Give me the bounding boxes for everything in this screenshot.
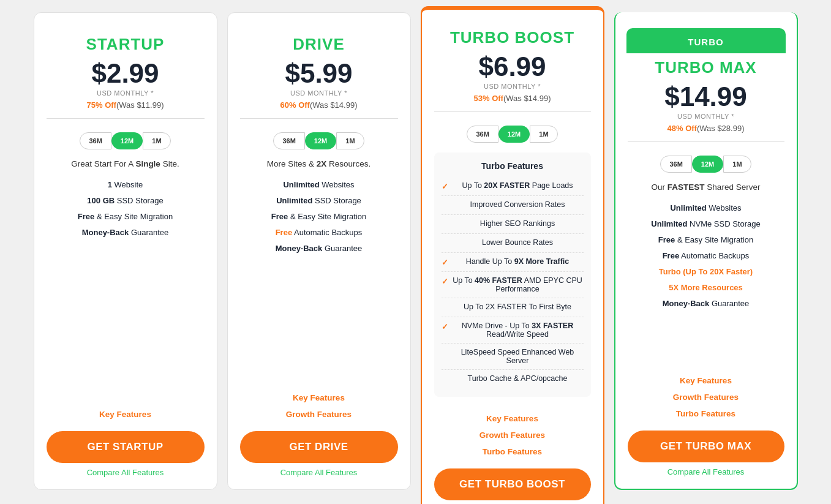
term-btn-drive-36M[interactable]: 36M [273,132,304,149]
term-btn-startup-1M[interactable]: 1M [143,132,170,149]
plan-card-drive: DRIVE$5.99USD MONTHLY *60% Off(Was $14.9… [227,12,411,490]
plan-tagline-turbo-max: Our FASTEST Shared Server [628,182,784,192]
feature-link-turbo-boost-0[interactable]: Key Features [434,410,591,427]
feature-item-drive-4: Money-Back Guarantee [240,241,398,257]
plan-price-turbo-boost: $6.99 [434,53,591,80]
term-btn-startup-36M[interactable]: 36M [80,132,111,149]
cta-button-drive[interactable]: GET DRIVE [240,431,398,463]
feature-item-startup-2: Free & Easy Site Migration [47,209,205,225]
divider-turbo-boost [434,111,591,112]
term-btn-turbo-boost-1M[interactable]: 1M [530,126,557,143]
plan-tagline-drive: More Sites & 2X Resources. [240,159,398,168]
turbo-feature-item-7: ✓NVMe Drive - Up To 3X FASTER Read/Write… [442,317,584,344]
plan-name-startup: STARTUP [47,35,205,54]
turbo-feature-item-8: ✓LiteSpeed Speed Enhanced Web Server [442,344,584,370]
cta-button-startup[interactable]: GET STARTUP [47,431,205,463]
links-section-startup: Key FeaturesGET STARTUPCompare All Featu… [47,399,205,477]
feature-link-turbo-max-0[interactable]: Key Features [628,372,784,389]
turbo-features-title: Turbo Features [442,161,584,171]
turbo-feature-item-0: ✓Up To 20X FASTER Page Loads [442,177,584,196]
feature-link-drive-1[interactable]: Growth Features [240,406,398,423]
turbo-feature-item-5: ✓Up To 40% FASTER AMD EPYC CPU Performan… [442,272,584,298]
feature-item-turbo-max-1: Unlimited NVMe SSD Storage [628,216,784,232]
feature-item-drive-2: Free & Easy Site Migration [240,209,398,225]
term-btn-turbo-max-36M[interactable]: 36M [660,156,691,173]
turbo-feature-text-8: LiteSpeed Speed Enhanced Web Server [452,348,584,365]
plan-discount-drive: 60% Off(Was $14.99) [240,100,398,110]
feature-link-turbo-boost-2[interactable]: Turbo Features [434,443,591,460]
feature-item-turbo-max-0: Unlimited Websites [628,200,784,216]
feature-link-drive-0[interactable]: Key Features [240,389,398,406]
turbo-feature-item-1: ✓Improved Conversion Rates [442,196,584,215]
links-section-turbo-boost: Key FeaturesGrowth FeaturesTurbo Feature… [434,403,591,504]
term-selector-turbo-max: 36M12M1M [628,156,784,173]
turbo-check-icon-5: ✓ [442,277,448,286]
plan-name-turbo-max: TURBO MAX [628,58,784,77]
turbo-feature-text-3: Lower Bounce Rates [452,238,584,247]
turbo-feature-text-6: Up To 2X FASTER To First Byte [452,303,584,311]
turbo-feature-text-4: Handle Up To 9X More Traffic [452,257,584,266]
turbo-feature-text-0: Up To 20X FASTER Page Loads [452,181,584,190]
term-btn-turbo-boost-36M[interactable]: 36M [467,126,498,143]
plan-price-drive: $5.99 [240,60,398,87]
turbo-check-icon-0: ✓ [442,182,448,191]
compare-link-drive[interactable]: Compare All Features [240,468,398,477]
plan-billing-turbo-max: USD MONTHLY * [628,113,784,120]
feature-link-turbo-boost-1[interactable]: Growth Features [434,427,591,443]
plan-card-turbo-max: TURBOTURBO MAX$14.99USD MONTHLY *48% Off… [614,12,798,490]
term-btn-turbo-max-12M[interactable]: 12M [692,156,723,173]
feature-link-turbo-max-2[interactable]: Turbo Features [628,405,784,422]
feature-item-startup-3: Money-Back Guarantee [47,225,205,241]
cta-button-turbo-max[interactable]: GET TURBO MAX [628,431,784,462]
turbo-feature-item-4: ✓Handle Up To 9X More Traffic [442,253,584,272]
turbo-max-banner: TURBO [626,28,786,53]
plan-billing-drive: USD MONTHLY * [240,89,398,97]
feature-list-drive: Unlimited WebsitesUnlimited SSD StorageF… [240,177,398,257]
pricing-container: STARTUP$2.99USD MONTHLY *75% Off(Was $11… [34,12,798,504]
turbo-feature-item-6: ✓Up To 2X FASTER To First Byte [442,298,584,317]
feature-item-turbo-max-5: 5X More Resources [628,280,784,296]
plan-name-drive: DRIVE [240,35,398,54]
plan-price-startup: $2.99 [47,60,205,87]
plan-name-turbo-boost: TURBO BOOST [434,28,591,47]
plan-discount-startup: 75% Off(Was $11.99) [47,100,205,110]
term-selector-turbo-boost: 36M12M1M [434,126,591,143]
feature-item-startup-0: 1 Website [47,177,205,193]
turbo-feature-text-5: Up To 40% FASTER AMD EPYC CPU Performanc… [452,276,584,293]
plan-card-startup: STARTUP$2.99USD MONTHLY *75% Off(Was $11… [34,12,217,490]
plan-billing-startup: USD MONTHLY * [47,89,205,97]
plan-billing-turbo-boost: USD MONTHLY * [434,83,591,90]
term-btn-startup-12M[interactable]: 12M [111,132,143,149]
plan-tagline-startup: Great Start For A Single Site. [47,159,205,168]
term-selector-startup: 36M12M1M [47,132,205,149]
turbo-feature-item-2: ✓Higher SEO Rankings [442,215,584,234]
turbo-feature-text-9: Turbo Cache & APC/opcache [452,374,584,383]
feature-link-turbo-max-1[interactable]: Growth Features [628,389,784,405]
term-btn-turbo-max-1M[interactable]: 1M [723,156,751,173]
term-btn-drive-12M[interactable]: 12M [305,132,336,149]
term-btn-turbo-boost-12M[interactable]: 12M [498,126,530,143]
divider-turbo-max [628,141,784,142]
cta-button-turbo-boost[interactable]: GET TURBO BOOST [434,468,591,500]
feature-item-drive-0: Unlimited Websites [240,177,398,193]
term-btn-drive-1M[interactable]: 1M [336,132,364,149]
compare-link-startup[interactable]: Compare All Features [47,468,205,477]
divider-drive [240,118,398,119]
turbo-features-box: Turbo Features✓Up To 20X FASTER Page Loa… [434,152,591,397]
plan-card-turbo-boost: TURBO BOOST$6.99USD MONTHLY *53% Off(Was… [421,6,604,504]
plan-discount-turbo-boost: 53% Off(Was $14.99) [434,94,591,103]
turbo-feature-text-1: Improved Conversion Rates [452,200,584,209]
feature-list-turbo-max: Unlimited WebsitesUnlimited NVMe SSD Sto… [628,200,784,312]
compare-link-turbo-max[interactable]: Compare All Features [628,467,784,476]
turbo-feature-text-2: Higher SEO Rankings [452,219,584,228]
plan-discount-turbo-max: 48% Off(Was $28.99) [628,124,784,133]
links-section-drive: Key FeaturesGrowth FeaturesGET DRIVEComp… [240,382,398,477]
turbo-feature-item-9: ✓Turbo Cache & APC/opcache [442,370,584,388]
feature-item-turbo-max-4: Turbo (Up To 20X Faster) [628,264,784,280]
feature-item-drive-3: Free Automatic Backups [240,225,398,241]
plan-price-turbo-max: $14.99 [628,83,784,110]
feature-link-startup-0[interactable]: Key Features [47,406,205,423]
turbo-check-icon-7: ✓ [442,322,448,331]
turbo-feature-item-3: ✓Lower Bounce Rates [442,234,584,253]
feature-item-startup-1: 100 GB SSD Storage [47,193,205,209]
